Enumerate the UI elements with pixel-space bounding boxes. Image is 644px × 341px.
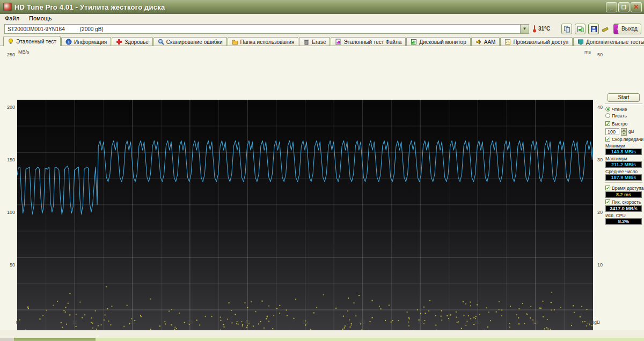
window-bottom-frame <box>0 330 644 338</box>
tab-label: Папка использования <box>240 39 295 45</box>
disk-monitor-icon <box>411 39 417 45</box>
fast-checkbox[interactable]: ✓ <box>605 121 610 126</box>
transfer-checkbox-row[interactable]: ✓ Скор.передачи <box>605 136 642 142</box>
cpu-value: 8.2% <box>605 218 642 225</box>
tab-label: AAM <box>484 39 496 45</box>
window-bottom-edge <box>0 338 644 341</box>
tab-speaker[interactable]: AAM <box>471 37 500 46</box>
thermometer-icon <box>532 25 537 33</box>
speaker-icon <box>475 39 482 45</box>
x-tick: 30 <box>183 320 197 325</box>
max-value: 211.2 MB/s <box>605 161 642 168</box>
brush-icon[interactable] <box>600 24 611 34</box>
y-right-unit: ms <box>577 49 591 55</box>
fast-checkbox-label: Быстро <box>612 121 627 127</box>
x-tick: 40 <box>240 320 254 325</box>
access-time-checkbox[interactable]: ✓ <box>605 186 610 190</box>
transfer-checkbox[interactable]: ✓ <box>605 137 610 142</box>
copy-image-icon[interactable] <box>575 24 586 34</box>
tab-trash[interactable]: Erase <box>299 37 330 46</box>
test-size-stepper[interactable]: ▲▼ <box>621 128 627 135</box>
write-radio-label: Писать <box>612 113 627 118</box>
y-right-tick: 50 <box>597 52 611 57</box>
tab-label: Эталонный тест <box>16 39 56 45</box>
menu-help[interactable]: Помощь <box>24 14 57 22</box>
tab-info[interactable]: iИнформация <box>61 37 111 46</box>
avg-label: Среднее число <box>605 169 642 174</box>
tab-label: Дисковый монитор <box>419 39 466 45</box>
tab-label: Erase <box>312 39 326 45</box>
tab-magnifier[interactable]: Сканирование ошибки <box>153 37 227 46</box>
y-left-tick: 50 <box>1 262 15 268</box>
separator <box>605 103 642 105</box>
save-icon[interactable] <box>588 24 599 34</box>
random-access-icon <box>504 39 511 45</box>
test-size-row: 100 ▲▼ gB <box>605 128 642 135</box>
tab-strip: Эталонный тестiИнформацияЗдоровьеСканиро… <box>0 35 644 46</box>
file-benchmark-icon <box>335 39 341 45</box>
tab-folder[interactable]: Папка использования <box>228 37 299 46</box>
copy-pages-icon[interactable] <box>561 24 572 34</box>
x-tick: 20 <box>126 320 140 325</box>
tab-random-access[interactable]: Произвольный доступ <box>500 37 573 46</box>
y-right-tick: 10 <box>597 262 611 268</box>
trash-icon <box>303 39 310 45</box>
read-radio-row[interactable]: Чтение <box>605 106 642 112</box>
folder-icon <box>232 39 238 45</box>
test-size-input[interactable]: 100 <box>605 128 619 135</box>
temperature-indicator: 31°C <box>532 25 550 33</box>
tab-extra-tests[interactable]: Дополнительные тесты <box>573 37 644 46</box>
x-tick: 80 <box>471 320 485 325</box>
extra-tests-icon <box>577 39 584 45</box>
benchmark-page: 2502001501005050403020100102030405060708… <box>0 46 644 330</box>
burst-checkbox[interactable]: ✓ <box>605 199 610 204</box>
tab-file-benchmark[interactable]: Эталонный тест Файла <box>331 37 406 46</box>
test-size-unit: gB <box>628 129 634 134</box>
read-radio-label: Чтение <box>612 107 627 112</box>
minimize-button[interactable]: _ <box>606 2 617 12</box>
window-title: HD Tune Pro 4.01 - Утилита жесткого диск… <box>14 3 165 11</box>
fast-checkbox-row[interactable]: ✓ Быстро <box>605 121 642 127</box>
info-icon: i <box>65 39 72 45</box>
tab-health-cross[interactable]: Здоровье <box>112 37 153 46</box>
menu-file[interactable]: Файл <box>0 14 24 22</box>
burst-checkbox-row[interactable]: ✓ Пик. скорость <box>605 199 642 205</box>
y-left-tick: 150 <box>1 157 15 162</box>
benchmark-control-panel: Start Чтение Писать ✓ Быстро 100 ▲▼ gB ✓ <box>604 93 643 222</box>
app-window: HD Tune Pro 4.01 - Утилита жесткого диск… <box>0 0 644 341</box>
close-button[interactable]: ✕ <box>631 2 642 12</box>
drive-selector[interactable]: ST2000DM001-9YN164 (2000 gB) ▼ <box>4 24 529 34</box>
separator <box>605 182 642 183</box>
tab-label: Информация <box>74 39 107 45</box>
menu-bar: Файл Помощь <box>0 14 644 23</box>
tab-bulb[interactable]: Эталонный тест <box>3 36 61 46</box>
start-button[interactable]: Start <box>608 93 640 102</box>
tab-label: Дополнительные тесты <box>586 39 644 45</box>
restore-button[interactable]: ❐ <box>618 2 630 12</box>
tab-label: Сканирование ошибки <box>166 39 223 45</box>
min-label: Минимум <box>605 143 642 148</box>
burst-value: 3417.0 MB/s <box>605 205 642 212</box>
toolbar: ST2000DM001-9YN164 (2000 gB) ▼ 31°C <box>0 23 644 35</box>
access-time-value: 8.2 ms <box>605 191 642 198</box>
magnifier-icon <box>158 39 164 45</box>
chevron-down-icon[interactable]: ▼ <box>520 25 529 33</box>
x-tick: 90 <box>529 320 543 325</box>
access-checkbox-row[interactable]: ✓ Время доступа <box>605 185 642 191</box>
x-tick: 70 <box>413 320 427 325</box>
write-radio-row[interactable]: Писать <box>605 113 642 118</box>
x-tick: 10 <box>68 320 82 325</box>
x-tick: 60 <box>356 320 370 325</box>
y-left-tick: 200 <box>1 105 15 110</box>
max-label: Максимум <box>605 156 642 161</box>
exit-button[interactable]: Выход <box>618 24 641 34</box>
read-radio[interactable] <box>605 107 610 112</box>
x-tick-end: 100gB <box>586 320 600 325</box>
transfer-checkbox-label: Скор.передачи <box>612 137 643 142</box>
tab-disk-monitor[interactable]: Дисковый монитор <box>406 37 470 46</box>
tab-label: Эталонный тест Файла <box>343 39 401 45</box>
temperature-value: 31°C <box>538 26 550 32</box>
x-tick: 0 <box>10 320 24 325</box>
write-radio[interactable] <box>605 113 610 118</box>
tab-label: Произвольный доступ <box>513 39 568 45</box>
